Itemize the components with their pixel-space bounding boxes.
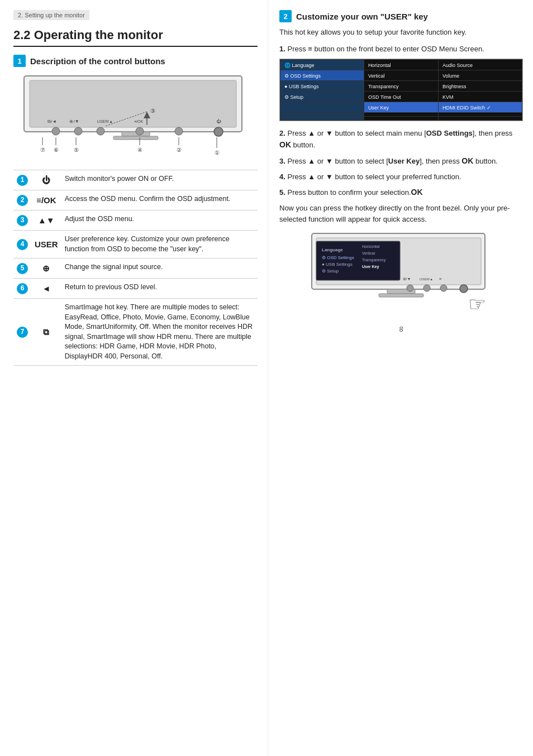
row-icon-cell: ⧉ — [31, 299, 61, 366]
row-num-badge: 7 — [17, 327, 28, 338]
svg-text:⚙ OSD Settings: ⚙ OSD Settings — [322, 255, 354, 260]
row-desc-cell: Return to previous OSD level. — [61, 279, 258, 299]
table-row: 4 USER User preference key. Customize yo… — [13, 231, 258, 259]
svg-rect-34 — [407, 285, 413, 291]
breadcrumb: 2. Setting up the monitor — [13, 10, 89, 20]
osd-menu-item: ● USB Settings — [280, 81, 364, 92]
svg-text:⏻: ⏻ — [216, 119, 221, 124]
svg-text:①: ① — [214, 150, 219, 156]
svg-rect-7 — [97, 127, 104, 135]
subsection2-intro: This hot key allows you to setup your fa… — [279, 27, 523, 38]
page-number: 8 — [279, 325, 523, 333]
table-row: 2 ≡/OK Access the OSD menu. Confirm the … — [13, 190, 258, 210]
row-num-cell: 3 — [13, 210, 31, 231]
svg-text:⑥: ⑥ — [53, 147, 58, 153]
osd-table: 🌐 LanguageHorizontalAudio Source⚙ OSD Se… — [280, 59, 522, 121]
monitor-diagram: ⧉/◄ ⊕/▼ USER/▲ ≡/OK ⏻ ① ② ④ ⑤ ⑥ ⑦ — [18, 73, 253, 162]
svg-text:⑦: ⑦ — [40, 147, 45, 153]
subsection2-label: 2 Customize your own "USER" key — [279, 10, 523, 22]
svg-rect-1 — [30, 80, 236, 127]
row-num-cell: 7 — [13, 299, 31, 366]
svg-text:⊕/▼: ⊕/▼ — [69, 119, 79, 124]
row-desc-cell: Access the OSD menu. Confirm the OSD adj… — [61, 190, 258, 210]
osd-sub-item: Transparency — [364, 81, 438, 92]
osd-menu-item: ⚙ Setup — [280, 92, 364, 102]
svg-text:⑤: ⑤ — [73, 147, 78, 153]
monitor-bottom-diagram: ⊕/▼ USER/▲ ≡ ☞ Language ⚙ OSD Settings ●… — [306, 230, 496, 319]
svg-rect-8 — [136, 127, 144, 135]
row-icon-cell: USER — [31, 231, 61, 259]
row-desc-cell: Change the signal input source. — [61, 259, 258, 279]
osd-menu-item — [280, 117, 364, 121]
row-num-badge: 1 — [17, 175, 28, 186]
subsection1-badge: 1 — [13, 55, 26, 67]
osd-menu-item: ⚙ OSD Settings — [280, 70, 364, 81]
step-2: 2. Press ▲ or ▼ button to select main me… — [279, 128, 523, 151]
osd-right-item: Audio Source — [439, 60, 522, 70]
osd-right-item — [439, 117, 522, 121]
osd-right-item: KVM — [439, 92, 522, 102]
row-num-badge: 4 — [17, 239, 28, 250]
row-icon-cell: ▲▼ — [31, 210, 61, 231]
step-5: 5. Press button to confirm your selectio… — [279, 186, 523, 198]
svg-rect-3 — [113, 136, 158, 140]
svg-text:USER/▲: USER/▲ — [97, 119, 112, 123]
osd-sub-item: Horizontal — [364, 60, 438, 70]
row-num-cell: 4 — [13, 231, 31, 259]
osd-sub-item — [364, 113, 438, 117]
row-num-cell: 5 — [13, 259, 31, 279]
osd-menu-item — [280, 102, 364, 113]
osd-sub-item: Vertical — [364, 70, 438, 81]
table-row: 1 ⏻ Switch monitor's power ON or OFF. — [13, 170, 258, 190]
row-icon-cell: ⏻ — [31, 170, 61, 190]
svg-text:User Key: User Key — [362, 265, 379, 269]
subsection2-text: Customize your own "USER" key — [296, 12, 428, 21]
svg-rect-9 — [175, 127, 183, 135]
osd-menu-item — [280, 113, 364, 117]
svg-text:≡: ≡ — [439, 277, 441, 281]
osd-sub-item: User Key — [364, 102, 438, 113]
section-title: 2.2 Operating the monitor — [13, 28, 258, 47]
table-row: 6 ◄ Return to previous OSD level. — [13, 279, 258, 299]
svg-text:②: ② — [176, 147, 181, 153]
osd-right-item: HDMI EDID Switch ✓ — [439, 102, 522, 113]
svg-text:USER/▲: USER/▲ — [420, 277, 433, 281]
svg-rect-35 — [423, 285, 430, 291]
osd-right-item: Brightness — [439, 81, 522, 92]
svg-rect-6 — [74, 127, 82, 135]
row-num-badge: 5 — [17, 263, 28, 274]
steps-footer: Now you can press the hotkey directly on… — [279, 203, 523, 224]
table-row: 5 ⊕ Change the signal input source. — [13, 259, 258, 279]
svg-text:● USB Settings: ● USB Settings — [322, 262, 353, 267]
svg-rect-33 — [379, 294, 423, 297]
svg-text:④: ④ — [137, 147, 142, 153]
subsection1-label: 1 Description of the control buttons — [13, 55, 258, 67]
svg-text:Language: Language — [322, 247, 343, 252]
subsection2-badge: 2 — [279, 10, 292, 22]
row-icon-cell: ⊕ — [31, 259, 61, 279]
row-icon-cell: ≡/OK — [31, 190, 61, 210]
step-1: 1. Press ≡ button on the front bezel to … — [279, 44, 523, 55]
row-num-cell: 6 — [13, 279, 31, 299]
osd-sub-item — [364, 117, 438, 121]
osd-right-item: Volume — [439, 70, 522, 81]
osd-menu-item: 🌐 Language — [280, 60, 364, 70]
svg-rect-37 — [460, 285, 468, 293]
row-desc-cell: SmartImage hot key. There are multiple m… — [61, 299, 258, 366]
svg-text:③: ③ — [150, 108, 155, 114]
row-icon-cell: ◄ — [31, 279, 61, 299]
step-4: 4. Press ▲ or ▼ button to select your pr… — [279, 171, 523, 183]
table-row: 3 ▲▼ Adjust the OSD menu. — [13, 210, 258, 231]
row-num-badge: 3 — [17, 215, 28, 226]
svg-text:⚙ Setup: ⚙ Setup — [322, 269, 339, 274]
svg-text:Transparency: Transparency — [362, 258, 386, 262]
row-desc-cell: Adjust the OSD menu. — [61, 210, 258, 231]
osd-screenshot: 🌐 LanguageHorizontalAudio Source⚙ OSD Se… — [279, 59, 523, 121]
svg-text:Vertical: Vertical — [362, 251, 375, 255]
row-desc-cell: User preference key. Customize your own … — [61, 231, 258, 259]
row-num-badge: 2 — [17, 195, 28, 206]
osd-right-item — [439, 113, 522, 117]
svg-rect-5 — [52, 127, 60, 135]
subsection1-text: Description of the control buttons — [30, 56, 165, 66]
svg-text:⊕/▼: ⊕/▼ — [403, 277, 411, 281]
